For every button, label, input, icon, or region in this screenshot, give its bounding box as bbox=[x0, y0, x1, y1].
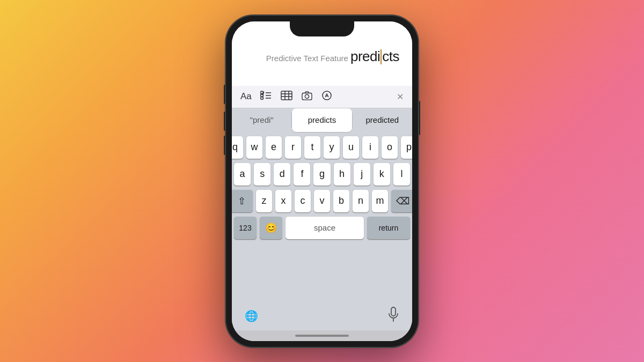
backspace-key[interactable]: ⌫ bbox=[391, 190, 412, 212]
key-b[interactable]: b bbox=[333, 190, 349, 212]
key-row-2: a s d f g h j k l bbox=[234, 163, 410, 186]
pred-item-predicts-text: predicts bbox=[308, 115, 336, 124]
key-g[interactable]: g bbox=[313, 163, 330, 186]
key-v[interactable]: v bbox=[314, 190, 330, 212]
key-row-3: ⇧ z x c v b n m ⌫ bbox=[234, 190, 410, 212]
typed-text: predicts bbox=[350, 48, 399, 65]
key-x[interactable]: x bbox=[275, 190, 291, 212]
home-bar bbox=[295, 335, 349, 337]
svg-rect-8 bbox=[281, 91, 292, 100]
keyboard-close-button[interactable]: ✕ bbox=[397, 92, 404, 102]
phone-notch bbox=[290, 21, 354, 36]
key-z[interactable]: z bbox=[256, 190, 272, 212]
home-indicator bbox=[232, 330, 412, 341]
numbers-key[interactable]: 123 bbox=[234, 217, 257, 239]
pred-item-predi[interactable]: "predi" bbox=[232, 108, 291, 132]
key-r[interactable]: r bbox=[285, 136, 301, 159]
key-m[interactable]: m bbox=[372, 190, 388, 212]
key-k[interactable]: k bbox=[374, 163, 390, 186]
camera-icon[interactable] bbox=[301, 91, 313, 103]
svg-point-14 bbox=[305, 94, 309, 98]
table-icon[interactable] bbox=[281, 91, 292, 103]
bottom-bar: 🌐 bbox=[232, 301, 412, 330]
keys-section: q w e r t y u i o p a s d f g bbox=[232, 132, 412, 301]
return-key[interactable]: return bbox=[367, 217, 410, 239]
key-j[interactable]: j bbox=[354, 163, 370, 186]
key-d[interactable]: d bbox=[274, 163, 290, 186]
pred-item-predicts[interactable]: predicts bbox=[292, 108, 352, 132]
text-before-cursor: predi bbox=[350, 48, 380, 64]
key-c[interactable]: c bbox=[295, 190, 311, 212]
text-cursor bbox=[380, 49, 382, 64]
key-l[interactable]: l bbox=[393, 163, 410, 186]
key-e[interactable]: e bbox=[266, 136, 282, 159]
key-p[interactable]: p bbox=[401, 136, 412, 159]
key-s[interactable]: s bbox=[254, 163, 270, 186]
key-a[interactable]: a bbox=[234, 163, 251, 186]
pencil-icon[interactable] bbox=[321, 90, 332, 104]
pred-item-predicted[interactable]: predicted bbox=[353, 108, 412, 132]
key-u[interactable]: u bbox=[343, 136, 359, 159]
key-row-1: q w e r t y u i o p bbox=[234, 136, 410, 159]
toolbar-left: Aa bbox=[240, 90, 332, 104]
svg-point-15 bbox=[323, 91, 331, 100]
keyboard-area: Aa bbox=[232, 86, 412, 341]
keyboard-toolbar: Aa bbox=[232, 86, 412, 108]
key-t[interactable]: t bbox=[304, 136, 320, 159]
text-after-cursor: cts bbox=[382, 48, 399, 64]
pred-item-predicted-text: predicted bbox=[365, 115, 399, 124]
text-label: Predictive Text Feature bbox=[266, 54, 348, 63]
checklist-icon[interactable] bbox=[260, 91, 272, 103]
aa-button[interactable]: Aa bbox=[240, 91, 252, 102]
globe-icon[interactable]: 🌐 bbox=[245, 309, 258, 322]
key-row-4: 123 😊 space return bbox=[234, 217, 410, 239]
key-i[interactable]: i bbox=[362, 136, 378, 159]
svg-point-7 bbox=[260, 97, 263, 99]
emoji-key[interactable]: 😊 bbox=[260, 217, 282, 239]
predictive-bar: "predi" predicts predicted bbox=[232, 108, 412, 132]
key-n[interactable]: n bbox=[353, 190, 369, 212]
key-o[interactable]: o bbox=[382, 136, 398, 159]
key-y[interactable]: y bbox=[324, 136, 340, 159]
phone-screen: Predictive Text Feature predicts Aa bbox=[232, 21, 412, 341]
text-content: Predictive Text Feature predicts bbox=[266, 48, 399, 65]
svg-rect-17 bbox=[391, 307, 396, 316]
key-h[interactable]: h bbox=[334, 163, 350, 186]
space-key[interactable]: space bbox=[286, 217, 364, 239]
svg-rect-13 bbox=[302, 93, 312, 100]
key-q[interactable]: q bbox=[232, 136, 243, 159]
phone-wrapper: Predictive Text Feature predicts Aa bbox=[225, 15, 419, 348]
shift-key[interactable]: ⇧ bbox=[232, 190, 253, 212]
key-f[interactable]: f bbox=[294, 163, 310, 186]
microphone-icon[interactable] bbox=[387, 307, 399, 324]
key-w[interactable]: w bbox=[246, 136, 262, 159]
pred-item-predi-text: "predi" bbox=[250, 115, 274, 124]
